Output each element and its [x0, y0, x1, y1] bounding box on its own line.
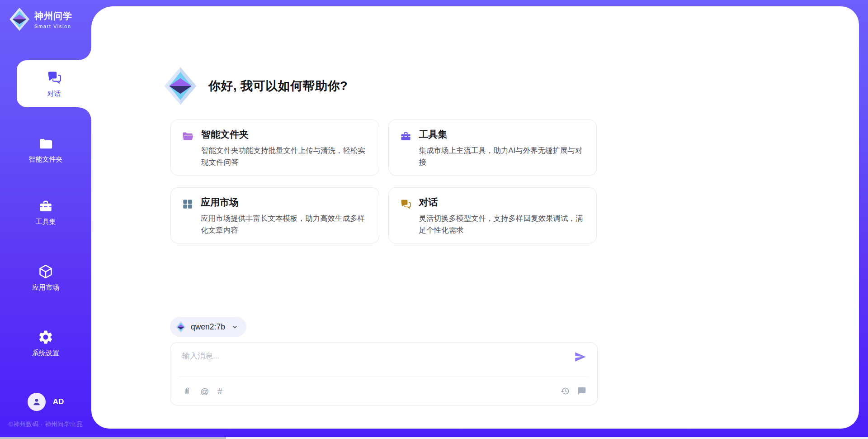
diamond-logo-icon: [175, 321, 186, 333]
card-description: 智能文件夹功能支持批量文件上传与清洗，轻松实现文件问答: [201, 144, 368, 168]
card-smart-folder[interactable]: 智能文件夹 智能文件夹功能支持批量文件上传与清洗，轻松实现文件问答: [170, 119, 379, 176]
folder-icon: [38, 136, 53, 152]
brand-name: 神州问学: [34, 10, 72, 22]
greeting-title: 你好, 我可以如何帮助你?: [208, 78, 348, 94]
card-title: 对话: [419, 196, 586, 209]
scrollbar-thumb[interactable]: [0, 437, 226, 439]
send-icon[interactable]: [574, 351, 586, 363]
diamond-logo-icon: [163, 67, 198, 105]
avatar: [28, 393, 46, 411]
card-description: 集成市场上主流工具，助力AI与外界无缝扩展与对接: [419, 144, 586, 168]
sidebar-item-folders[interactable]: 智能文件夹: [0, 129, 91, 170]
sidebar-item-app-market[interactable]: 应用市场: [0, 257, 91, 298]
user-name: AD: [53, 397, 64, 406]
toolbox-icon: [38, 199, 53, 214]
sidebar-item-label: 智能文件夹: [29, 155, 63, 164]
sidebar-item-label: 对话: [47, 90, 61, 98]
chevron-down-icon: [231, 324, 238, 330]
cube-icon: [38, 263, 54, 280]
card-title: 智能文件夹: [201, 128, 368, 141]
chat-icon: [46, 70, 62, 86]
horizontal-scrollbar: [0, 437, 868, 439]
sidebar-footer-credit: ©神州数码 · 神州问学出品: [0, 420, 91, 429]
hash-icon[interactable]: #: [217, 387, 222, 396]
brand-tagline: Smart Vision: [34, 24, 72, 29]
greeting: 你好, 我可以如何帮助你?: [163, 67, 348, 105]
brand: 神州问学 Smart Vision: [9, 7, 72, 31]
sidebar-item-label: 应用市场: [32, 283, 59, 292]
grid-icon: [182, 198, 193, 235]
message-icon[interactable]: [577, 387, 586, 396]
feature-cards: 智能文件夹 智能文件夹功能支持批量文件上传与清洗，轻松实现文件问答 工具集 集成…: [170, 119, 597, 243]
card-description: 灵活切换多模型文件，支持多样回复效果调试，满足个性化需求: [419, 212, 586, 236]
sidebar: 神州问学 Smart Vision 对话 智能文件夹: [0, 0, 91, 439]
composer-toolbar: @ #: [182, 377, 586, 405]
diamond-logo-icon: [9, 7, 30, 31]
sidebar-item-label: 系统设置: [32, 349, 59, 358]
message-input[interactable]: [182, 351, 565, 373]
sidebar-item-chat[interactable]: 对话: [17, 60, 91, 107]
card-title: 应用市场: [201, 196, 368, 209]
model-name: qwen2:7b: [191, 322, 225, 332]
paperclip-icon[interactable]: [182, 387, 192, 396]
card-toolset[interactable]: 工具集 集成市场上主流工具，助力AI与外界无缝扩展与对接: [388, 119, 597, 176]
sidebar-item-label: 工具集: [36, 218, 56, 226]
history-icon[interactable]: [561, 387, 570, 396]
chat-icon: [400, 198, 412, 235]
toolbox-icon: [400, 130, 412, 167]
card-title: 工具集: [419, 128, 586, 141]
gear-icon: [38, 329, 54, 345]
model-selector[interactable]: qwen2:7b: [170, 317, 246, 337]
card-app-market[interactable]: 应用市场 应用市场提供丰富长文本模板，助力高效生成多样化文章内容: [170, 187, 379, 243]
sidebar-item-toolset[interactable]: 工具集: [0, 192, 91, 233]
card-chat[interactable]: 对话 灵活切换多模型文件，支持多样回复效果调试，满足个性化需求: [388, 187, 597, 243]
person-icon: [32, 397, 42, 407]
folder-open-icon: [182, 130, 194, 167]
at-icon[interactable]: @: [200, 387, 209, 396]
message-composer: @ #: [170, 342, 598, 406]
sidebar-item-settings[interactable]: 系统设置: [0, 323, 91, 363]
card-description: 应用市场提供丰富长文本模板，助力高效生成多样化文章内容: [201, 212, 368, 236]
user-menu[interactable]: AD: [0, 393, 91, 411]
